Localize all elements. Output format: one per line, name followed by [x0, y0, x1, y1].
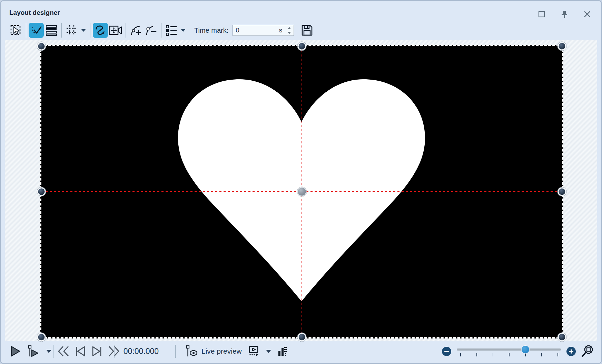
window-title: Layout designer: [9, 9, 60, 17]
vertex-select-icon: [30, 24, 43, 37]
close-icon: [583, 10, 591, 18]
bottom-separator: [115, 345, 115, 358]
projection-canvas[interactable]: [40, 45, 563, 338]
save-floppy-icon: [300, 24, 314, 37]
toolbar-separator: [61, 23, 62, 38]
pin-button[interactable]: [560, 10, 569, 19]
time-display: 00:00.000: [119, 341, 164, 361]
list-icon: [165, 24, 178, 37]
zoom-controls: [442, 341, 594, 361]
chevron-down-icon: [80, 28, 87, 32]
remove-point-icon: [145, 24, 158, 37]
pan-camera-icon: [108, 24, 123, 37]
select-tool-button[interactable]: [8, 23, 23, 38]
grid-icon: [65, 24, 78, 37]
time-mark-unit: s: [279, 27, 283, 34]
zoom-in-button[interactable]: [566, 347, 576, 356]
handle-middle-left[interactable]: [37, 188, 46, 196]
magnifier-fit-icon: [581, 344, 594, 358]
layer-order-tool-button[interactable]: [44, 23, 59, 38]
handle-bottom-left[interactable]: [37, 333, 46, 342]
handle-bottom-center[interactable]: [297, 333, 306, 342]
time-mark-input[interactable]: [236, 27, 279, 34]
live-preview-icon[interactable]: [186, 345, 198, 358]
time-mark-group: Time mark: s: [194, 23, 315, 38]
display-options-button[interactable]: [164, 23, 179, 38]
render-preview-button[interactable]: [247, 344, 260, 358]
grid-settings-button[interactable]: [64, 23, 79, 38]
titlebar: Layout designer: [1, 1, 601, 20]
grid-settings-dropdown[interactable]: [79, 23, 88, 38]
toolbar-separator: [26, 23, 26, 38]
pin-icon: [561, 10, 568, 18]
freehand-draw-tool-button[interactable]: [93, 23, 108, 38]
select-cursor-icon: [10, 24, 22, 37]
bottom-separator: [53, 345, 53, 358]
remove-point-tool-button[interactable]: [144, 23, 159, 38]
play-options-dropdown[interactable]: [46, 349, 52, 354]
save-button[interactable]: [299, 23, 315, 38]
zoom-slider[interactable]: [457, 344, 561, 358]
add-point-icon: [129, 24, 142, 37]
toolbar-separator: [90, 23, 90, 38]
chevron-down-icon: [180, 28, 186, 32]
play-button[interactable]: [10, 345, 21, 357]
bottom-separator: [175, 345, 176, 358]
go-to-start-button[interactable]: [57, 345, 70, 357]
play-from-time-mark-button[interactable]: [27, 345, 39, 358]
playback-bar: 00:00.000 Live preview: [5, 341, 597, 361]
time-mark-field[interactable]: s: [233, 25, 294, 36]
close-button[interactable]: [583, 10, 592, 19]
preview-options-dropdown[interactable]: [265, 349, 272, 354]
zoom-fit-button[interactable]: [581, 344, 594, 359]
freehand-curve-icon: [94, 24, 107, 37]
handle-middle-right[interactable]: [558, 188, 566, 196]
toolbar-separator: [161, 23, 161, 38]
toolbar: Time mark: s: [5, 21, 597, 40]
vertex-select-tool-button[interactable]: [29, 23, 44, 38]
display-options-dropdown[interactable]: [179, 23, 187, 38]
handle-bottom-right[interactable]: [558, 333, 566, 342]
spinner-down-icon[interactable]: [287, 31, 292, 34]
time-mark-label: Time mark:: [194, 27, 228, 34]
previous-frame-button[interactable]: [75, 345, 86, 357]
zoom-out-button[interactable]: [442, 347, 451, 356]
output-levels-button[interactable]: [277, 345, 288, 358]
transform-projection-tool-button[interactable]: [108, 23, 123, 38]
maximize-button[interactable]: [537, 10, 546, 19]
spinner-up-icon[interactable]: [287, 27, 292, 30]
zoom-slider-thumb[interactable]: [522, 346, 529, 353]
stacked-lines-icon: [45, 24, 58, 37]
next-frame-button[interactable]: [91, 345, 103, 357]
layout-designer-window: Layout designer: [0, 0, 602, 364]
zoom-slider-track[interactable]: [457, 348, 561, 351]
handle-center[interactable]: [297, 187, 306, 196]
add-point-tool-button[interactable]: [128, 23, 144, 38]
live-preview-label: Live preview: [201, 347, 242, 355]
toolbar-separator: [126, 23, 126, 38]
go-to-end-button[interactable]: [108, 345, 120, 357]
handle-top-center[interactable]: [297, 42, 306, 51]
handle-top-right[interactable]: [558, 42, 566, 51]
handle-top-left[interactable]: [37, 42, 46, 51]
design-area: [5, 40, 597, 341]
